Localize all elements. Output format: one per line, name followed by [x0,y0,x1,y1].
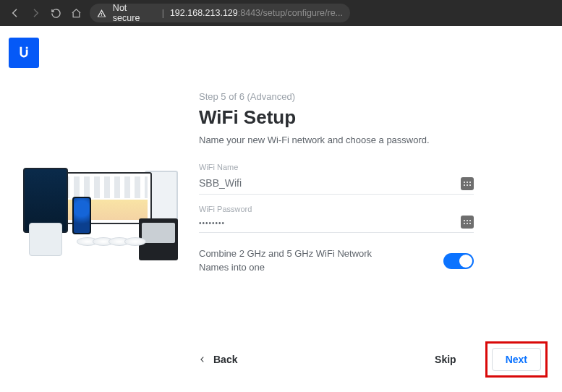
reload-icon[interactable] [49,7,62,20]
footer-right: Skip Next [435,341,548,378]
combine-networks-toggle[interactable] [443,253,474,269]
not-secure-icon [97,8,107,18]
setup-form: Step 5 of 6 (Advanced) WiFi Setup Name y… [199,91,474,275]
security-text: Not secure [113,3,156,23]
wifi-password-input[interactable]: •••••••• [199,216,474,233]
wifi-password-field[interactable]: WiFi Password •••••••• [199,205,474,233]
svg-point-3 [469,182,471,183]
page-subtitle: Name your new Wi-Fi network and choose a… [199,135,474,145]
svg-point-2 [467,182,468,183]
next-button[interactable]: Next [492,348,541,371]
chevron-left-icon [199,354,206,365]
separator: | [162,8,164,18]
svg-point-12 [469,223,471,224]
back-label: Back [213,354,237,365]
forward-nav-icon[interactable] [29,7,42,20]
svg-rect-0 [26,47,28,49]
svg-point-10 [464,223,465,224]
combine-networks-row: Combine 2 GHz and 5 GHz WiFi Network Nam… [199,247,474,275]
wifi-password-label: WiFi Password [199,205,474,213]
combine-networks-label: Combine 2 GHz and 5 GHz WiFi Network Nam… [199,247,387,275]
back-nav-icon[interactable] [9,7,22,20]
wifi-name-label: WiFi Name [199,163,474,171]
svg-point-4 [464,184,465,186]
brand-logo[interactable] [9,38,39,68]
keyboard-icon[interactable] [461,216,474,229]
keyboard-icon[interactable] [461,177,474,190]
toggle-knob [459,255,472,268]
page-body: Step 5 of 6 (Advanced) WiFi Setup Name y… [0,26,562,392]
svg-point-11 [467,223,468,224]
page-title: WiFi Setup [199,106,474,129]
svg-point-6 [469,184,471,186]
back-button[interactable]: Back [199,354,237,365]
url-text: 192.168.213.129:8443/setup/configure/re.… [170,8,343,18]
svg-point-9 [469,220,471,221]
svg-point-7 [464,220,465,221]
svg-point-1 [464,182,465,183]
ubiquiti-icon [16,45,32,61]
wifi-name-field[interactable]: WiFi Name SBB_Wifi [199,163,474,195]
svg-point-5 [467,184,468,186]
skip-button[interactable]: Skip [435,354,456,365]
next-highlight: Next [485,341,548,378]
devices-illustration [23,168,178,262]
home-icon[interactable] [69,7,82,20]
step-label: Step 5 of 6 (Advanced) [199,91,474,102]
wifi-name-input[interactable]: SBB_Wifi [199,174,474,195]
wizard-footer: Back Skip Next [199,341,548,378]
svg-point-8 [467,220,468,221]
address-bar[interactable]: Not secure | 192.168.213.129:8443/setup/… [90,4,350,22]
browser-toolbar: Not secure | 192.168.213.129:8443/setup/… [0,0,562,26]
